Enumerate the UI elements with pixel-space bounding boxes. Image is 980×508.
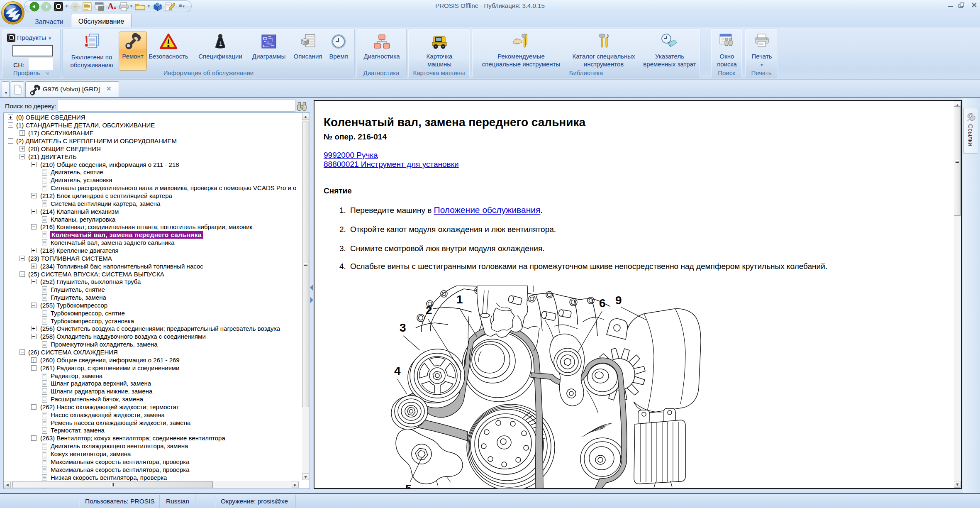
svg-text:5: 5 xyxy=(405,482,412,488)
svg-text:3: 3 xyxy=(400,321,406,334)
svg-text:6: 6 xyxy=(599,297,606,310)
svg-text:9: 9 xyxy=(615,294,622,307)
svg-text:4: 4 xyxy=(394,364,401,377)
svg-text:1: 1 xyxy=(219,40,222,47)
svg-text:2: 2 xyxy=(426,304,432,317)
svg-text:1: 1 xyxy=(456,293,463,306)
